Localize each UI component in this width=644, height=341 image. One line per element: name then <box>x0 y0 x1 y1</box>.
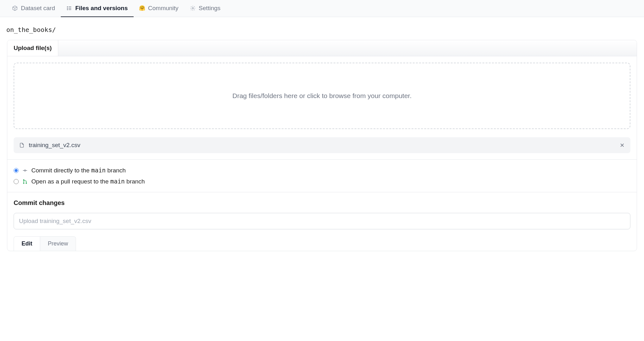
description-tabs: Edit Preview <box>14 236 76 251</box>
commit-direct-radio[interactable] <box>14 168 19 173</box>
file-row: training_set_v2.csv <box>14 137 630 153</box>
tab-label: Dataset card <box>21 5 55 12</box>
commit-pr-option[interactable]: Open as a pull request to the main branc… <box>14 178 630 185</box>
file-icon <box>19 142 24 148</box>
list-icon <box>66 5 72 11</box>
tab-settings[interactable]: Settings <box>184 0 226 17</box>
commit-section: Commit changes Edit Preview <box>7 192 637 251</box>
tab-label: Settings <box>199 5 221 12</box>
tab-community[interactable]: 🤗 Community <box>134 0 184 17</box>
tab-label: Files and versions <box>75 5 128 12</box>
commit-icon <box>22 168 28 173</box>
pull-request-icon <box>22 179 28 184</box>
remove-file-button[interactable] <box>620 143 625 148</box>
upload-panel: Upload file(s) Drag files/folders here o… <box>7 40 637 251</box>
tab-files-and-versions[interactable]: Files and versions <box>61 0 134 17</box>
panel-body: Drag files/folders here or click to brow… <box>7 56 637 159</box>
breadcrumb: on_the_books/ <box>0 17 644 40</box>
dropzone-text: Drag files/folders here or click to brow… <box>232 92 412 100</box>
svg-point-6 <box>192 7 193 9</box>
panel-tabs: Upload file(s) <box>7 40 637 56</box>
svg-point-0 <box>67 6 68 7</box>
svg-point-13 <box>23 183 24 184</box>
community-icon: 🤗 <box>139 5 145 11</box>
tab-label: Community <box>148 5 179 12</box>
commit-heading: Commit changes <box>14 199 630 207</box>
svg-point-12 <box>23 179 24 180</box>
commit-pr-radio[interactable] <box>14 179 19 184</box>
upload-files-tab[interactable]: Upload file(s) <box>7 40 58 56</box>
svg-point-2 <box>67 8 68 9</box>
svg-point-4 <box>67 9 68 10</box>
main-container: Upload file(s) Drag files/folders here o… <box>0 40 644 264</box>
tab-preview[interactable]: Preview <box>40 237 76 251</box>
commit-options: Commit directly to the main branch Open … <box>7 159 637 192</box>
cube-icon <box>12 5 18 11</box>
file-name: training_set_v2.csv <box>29 142 615 149</box>
top-nav: Dataset card Files and versions 🤗 Commun… <box>0 0 644 17</box>
commit-message-input[interactable] <box>14 213 630 229</box>
svg-point-9 <box>24 170 26 171</box>
tab-dataset-card[interactable]: Dataset card <box>6 0 61 17</box>
gear-icon <box>190 5 196 11</box>
option-text: Commit directly to the main branch <box>31 167 126 174</box>
tab-edit[interactable]: Edit <box>14 237 40 251</box>
dropzone[interactable]: Drag files/folders here or click to brow… <box>14 63 630 129</box>
svg-point-14 <box>26 183 27 184</box>
option-text: Open as a pull request to the main branc… <box>31 178 145 185</box>
commit-direct-option[interactable]: Commit directly to the main branch <box>14 167 630 174</box>
